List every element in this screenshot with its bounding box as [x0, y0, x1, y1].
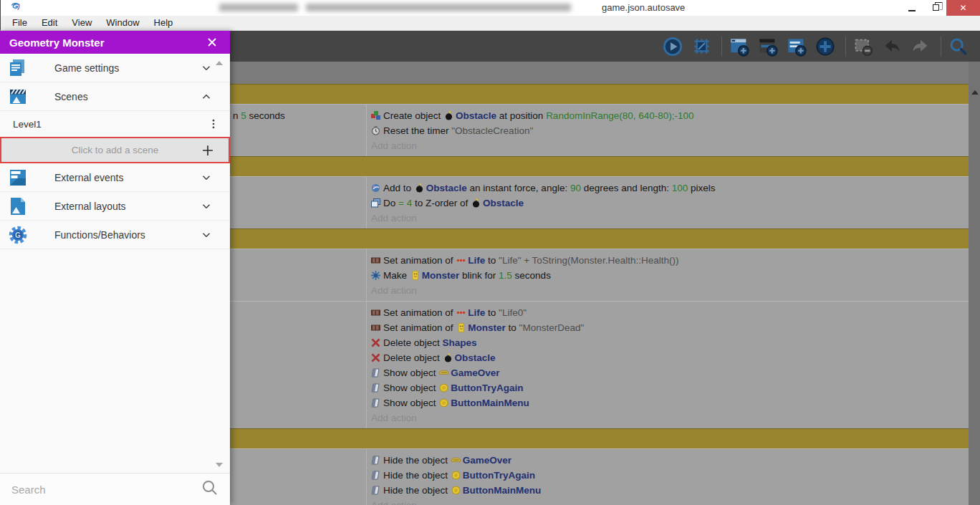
banner-icon	[451, 456, 461, 465]
search-events-button[interactable]	[949, 36, 971, 57]
add-action-button[interactable]: Add action	[371, 498, 964, 505]
action-row[interactable]: Set animation of Life to "Life" + ToStri…	[371, 253, 964, 268]
debug-button[interactable]	[692, 36, 714, 57]
redo-button[interactable]	[911, 36, 933, 57]
minimize-button[interactable]	[900, 0, 923, 16]
external-events-icon	[7, 167, 29, 188]
chevron-down-icon[interactable]	[200, 171, 213, 184]
menu-file[interactable]: File	[5, 16, 34, 31]
action-row[interactable]: Hide the object GameOver	[371, 453, 964, 468]
kebab-menu-icon[interactable]	[207, 117, 220, 130]
add-other-event-button[interactable]	[816, 36, 837, 57]
sidebar-item-external-layouts[interactable]: External layouts	[0, 192, 230, 221]
redacted-title-text	[306, 4, 571, 11]
action-row[interactable]: Show object GameOver	[371, 365, 964, 380]
comment-event[interactable]	[230, 229, 969, 249]
monster-icon	[456, 323, 466, 332]
events-scroll-up-arrow[interactable]	[971, 90, 979, 95]
action-row[interactable]: Set animation of Monster to "MonsterDead…	[371, 320, 964, 335]
menu-window[interactable]: Window	[99, 16, 146, 31]
add-action-button[interactable]: Add action	[371, 211, 964, 226]
event-conditions[interactable]: n 5 seconds	[230, 105, 367, 156]
action-row[interactable]: Hide the object ButtonMainMenu	[371, 483, 964, 498]
menu-edit[interactable]: Edit	[34, 16, 64, 31]
event-conditions[interactable]	[230, 249, 367, 301]
event-conditions[interactable]	[230, 177, 367, 229]
add-action-button[interactable]: Add action	[371, 138, 964, 153]
button-icon	[451, 486, 461, 495]
action-row[interactable]: Add to Obstacle an instant force, angle:…	[371, 181, 964, 196]
search-input[interactable]	[11, 484, 201, 496]
action-row[interactable]: Create object Obstacle at position Rando…	[371, 108, 964, 123]
comment-event[interactable]	[230, 156, 969, 176]
sidebar-item-label: External events	[54, 172, 200, 183]
close-button[interactable]: ✕	[946, 0, 980, 16]
add-action-button[interactable]: Add action	[371, 283, 964, 298]
redacted-title-text	[219, 4, 298, 11]
debug-icon	[692, 37, 711, 56]
remove-event-icon	[853, 37, 873, 57]
event-block[interactable]: Set animation of Life to "Life0"Set anim…	[230, 301, 969, 428]
add-comment-button[interactable]	[787, 36, 809, 57]
zorder-icon	[371, 198, 380, 208]
undo-button[interactable]	[883, 36, 904, 57]
add-comment-icon	[787, 37, 807, 57]
button-icon	[451, 471, 461, 480]
action-row[interactable]: Show object ButtonMainMenu	[371, 395, 964, 410]
action-row[interactable]: Do = 4 to Z-order of Obstacle	[371, 196, 964, 211]
comment-event[interactable]	[230, 84, 969, 104]
play-icon	[663, 37, 683, 57]
add-event-button[interactable]	[730, 36, 751, 57]
menu-help[interactable]: Help	[147, 16, 181, 31]
menu-view[interactable]: View	[64, 16, 99, 31]
chevron-down-icon[interactable]	[200, 229, 213, 241]
sidebar-scroll-down-arrow[interactable]	[216, 463, 223, 467]
sidebar-scroll-up-arrow[interactable]	[216, 61, 223, 65]
sidebar-item-scenes[interactable]: Scenes	[0, 82, 230, 111]
play-button[interactable]	[663, 36, 685, 57]
action-row[interactable]: Make Monster blink for 1.5 seconds	[371, 268, 964, 283]
title-bar: game.json.autosave ✕	[0, 0, 980, 16]
event-block[interactable]: Set animation of Life to "Life" + ToStri…	[230, 249, 969, 301]
chevron-down-icon[interactable]	[200, 200, 213, 213]
close-project-manager-button[interactable]	[203, 34, 221, 51]
project-manager-header: Geometry Monster	[0, 31, 230, 54]
action-row[interactable]: Show object ButtonTryAgain	[371, 380, 964, 395]
life-icon	[456, 256, 466, 265]
action-row[interactable]: Delete object Shapes	[371, 335, 964, 350]
sidebar-item-label: External layouts	[54, 201, 200, 212]
chevron-up-icon[interactable]	[200, 90, 213, 103]
menu-bar: FileEditViewWindowHelp	[0, 16, 980, 31]
redo-icon	[911, 37, 931, 57]
action-row[interactable]: Reset the timer "ObstacleCreation"	[371, 123, 964, 138]
comment-event[interactable]	[230, 428, 969, 448]
event-conditions[interactable]	[230, 302, 367, 428]
visibility-icon	[371, 368, 380, 377]
event-conditions[interactable]	[230, 449, 367, 505]
events-scrollbar[interactable]	[969, 62, 980, 505]
chevron-down-icon[interactable]	[200, 62, 213, 74]
event-block[interactable]: n 5 secondsCreate object Obstacle at pos…	[230, 104, 969, 156]
add-scene-button[interactable]: Click to add a scene	[0, 137, 230, 163]
condition-row[interactable]: n 5 seconds	[233, 108, 365, 123]
restore-button[interactable]	[923, 0, 946, 16]
sidebar-item-functions-behaviors[interactable]: GFunctions/Behaviors	[0, 221, 230, 249]
undo-icon	[882, 37, 902, 57]
bomb-icon	[415, 183, 424, 193]
add-action-button[interactable]: Add action	[371, 410, 964, 425]
sidebar-item-game-settings[interactable]: Game settings	[0, 54, 230, 82]
action-row[interactable]: Delete object Obstacle	[371, 350, 964, 365]
visibility-icon	[371, 456, 380, 465]
add-subevent-button[interactable]	[759, 36, 780, 57]
action-row[interactable]: Set animation of Life to "Life0"	[371, 305, 964, 320]
sidebar-item-external-events[interactable]: External events	[0, 163, 230, 192]
action-row[interactable]: Hide the object ButtonTryAgain	[371, 468, 964, 483]
svg-text:G: G	[15, 231, 21, 239]
event-block[interactable]: Add to Obstacle an instant force, angle:…	[230, 176, 969, 229]
scene-item-label: Level1	[13, 119, 207, 130]
delete-event-button[interactable]	[854, 36, 875, 57]
project-manager-panel: Geometry Monster Game settingsScenesLeve…	[0, 31, 230, 505]
event-block[interactable]: Hide the object GameOverHide the object …	[230, 448, 969, 505]
scene-item-level1[interactable]: Level1	[0, 111, 230, 137]
force-icon	[371, 183, 380, 193]
